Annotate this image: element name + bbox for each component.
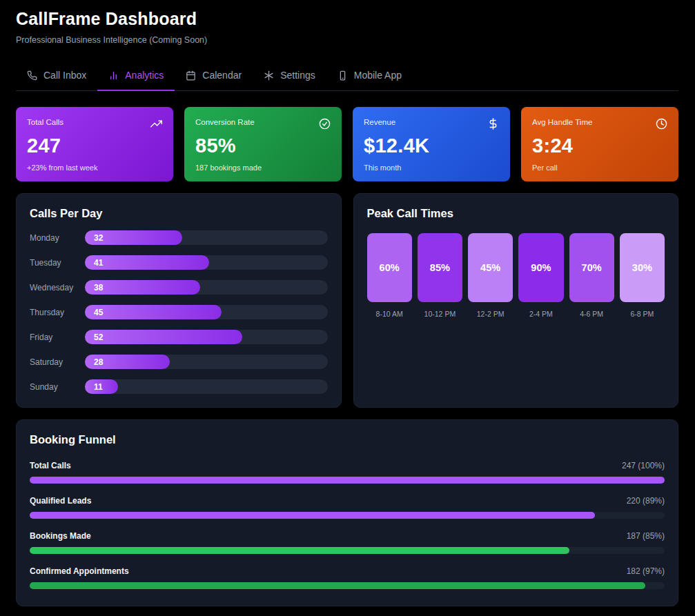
funnel-fill (30, 477, 665, 484)
charts-row: Calls Per Day Monday32Tuesday41Wednesday… (16, 193, 678, 408)
peak-call-times-chart: 60%8-10 AM85%10-12 PM45%12-2 PM90%2-4 PM… (367, 233, 665, 318)
peak-call-times-title: Peak Call Times (367, 207, 665, 220)
stat-card-label: Revenue (364, 118, 395, 126)
funnel-stage-value: 182 (97%) (627, 566, 665, 576)
tab-call-inbox[interactable]: Call Inbox (16, 63, 97, 91)
peak-slot-12-2-pm: 45%12-2 PM (468, 233, 513, 318)
bar-value: 38 (94, 283, 103, 292)
stat-card-value: $12.4K (364, 135, 499, 157)
bar-row-wednesday: Wednesday38 (30, 280, 328, 295)
bar-day-label: Sunday (30, 382, 85, 392)
tab-label: Mobile App (354, 70, 402, 81)
page-header: CallFrame Dashboard Professional Busines… (16, 9, 678, 45)
stat-card-value: 85% (195, 135, 331, 157)
bar-row-tuesday: Tuesday41 (30, 255, 328, 270)
stat-cards-row: Total Calls247+23% from last weekConvers… (16, 107, 678, 181)
stat-card-label: Conversion Rate (195, 118, 255, 126)
bar-row-thursday: Thursday45 (30, 305, 328, 319)
bar-day-label: Saturday (30, 357, 85, 367)
calls-per-day-panel: Calls Per Day Monday32Tuesday41Wednesday… (16, 193, 342, 408)
smartphone-icon (337, 70, 348, 81)
peak-slot-4-6-pm: 70%4-6 PM (569, 233, 614, 318)
peak-time-label: 8-10 AM (367, 310, 412, 318)
stat-card-label: Total Calls (27, 118, 63, 126)
peak-block: 30% (620, 233, 665, 302)
peak-time-label: 12-2 PM (468, 310, 513, 318)
tab-calendar[interactable]: Calendar (175, 63, 253, 91)
tab-analytics[interactable]: Analytics (97, 63, 175, 91)
bar-day-label: Thursday (30, 308, 85, 317)
bar-value: 45 (94, 308, 103, 317)
funnel-stage-value: 247 (100%) (622, 461, 665, 470)
peak-value: 45% (480, 262, 500, 273)
bar-track: 41 (85, 255, 328, 270)
funnel-stage-value: 220 (89%) (627, 496, 665, 506)
dollar-icon (487, 118, 499, 130)
funnel-stage-label: Qualified Leads (30, 496, 91, 506)
peak-slot-2-4-pm: 90%2-4 PM (518, 233, 563, 318)
bar-track: 52 (85, 330, 328, 344)
bar-track: 38 (85, 280, 328, 295)
peak-block: 85% (418, 233, 462, 302)
bar-day-label: Friday (30, 332, 85, 342)
funnel-stage-value: 187 (85%) (627, 531, 665, 541)
bar-fill: 52 (85, 330, 242, 344)
peak-value: 90% (531, 262, 551, 273)
peak-slot-10-12-pm: 85%10-12 PM (418, 233, 462, 318)
tab-bar: Call InboxAnalyticsCalendarSettingsMobil… (16, 63, 678, 91)
peak-block: 90% (518, 233, 563, 302)
stat-card-subtext: This month (364, 163, 499, 172)
peak-call-times-panel: Peak Call Times 60%8-10 AM85%10-12 PM45%… (353, 193, 679, 408)
tab-label: Call Inbox (43, 70, 86, 81)
bar-fill: 38 (85, 280, 200, 295)
bar-track: 11 (85, 379, 328, 394)
funnel-fill (30, 547, 569, 554)
peak-time-label: 10-12 PM (418, 310, 462, 318)
stat-card-subtext: Per call (532, 163, 667, 172)
bar-fill: 11 (85, 379, 118, 394)
bar-track: 32 (85, 230, 328, 245)
phone-icon (27, 70, 37, 81)
bar-fill: 41 (85, 255, 209, 270)
bar-value: 41 (94, 258, 103, 268)
dashboard-page: CallFrame Dashboard Professional Busines… (16, 0, 678, 606)
stat-card-subtext: +23% from last week (27, 163, 162, 172)
bar-row-monday: Monday32 (30, 230, 328, 245)
bar-day-label: Monday (30, 233, 85, 243)
tab-label: Settings (280, 70, 315, 81)
tab-settings[interactable]: Settings (253, 63, 326, 91)
peak-value: 85% (430, 262, 450, 273)
funnel-track (30, 477, 665, 484)
bar-day-label: Wednesday (30, 283, 85, 292)
stat-card-value: 247 (27, 135, 162, 157)
funnel-fill (30, 582, 645, 589)
peak-value: 70% (582, 262, 602, 273)
funnel-track (30, 547, 665, 554)
stat-card-subtext: 187 bookings made (195, 163, 331, 172)
funnel-row-bookings-made: Bookings Made187 (85%) (30, 531, 665, 554)
bar-value: 11 (94, 382, 103, 392)
peak-time-label: 4-6 PM (569, 310, 614, 318)
stat-card-revenue: Revenue$12.4KThis month (353, 107, 510, 181)
bar-fill: 45 (85, 305, 222, 319)
tab-mobile-app[interactable]: Mobile App (326, 63, 413, 91)
page-subtitle: Professional Business Intelligence (Comi… (16, 35, 678, 45)
calendar-icon (186, 70, 196, 81)
peak-block: 70% (569, 233, 614, 302)
peak-value: 60% (380, 262, 400, 273)
tab-label: Calendar (202, 70, 242, 81)
calls-per-day-title: Calls Per Day (30, 207, 328, 220)
funnel-row-confirmed-appointments: Confirmed Appointments182 (97%) (30, 566, 665, 589)
calls-per-day-chart: Monday32Tuesday41Wednesday38Thursday45Fr… (30, 230, 328, 394)
bar-row-friday: Friday52 (30, 330, 328, 344)
bar-fill: 32 (85, 230, 182, 245)
stat-card-avg-handle-time: Avg Handle Time3:24Per call (521, 107, 678, 181)
bar-chart-icon (108, 70, 119, 81)
bar-value: 32 (94, 233, 103, 243)
funnel-stage-label: Confirmed Appointments (30, 566, 129, 576)
peak-block: 45% (468, 233, 513, 302)
funnel-track (30, 582, 665, 589)
funnel-track (30, 512, 665, 519)
booking-funnel-title: Booking Funnel (30, 433, 665, 446)
stat-card-label: Avg Handle Time (532, 118, 592, 126)
